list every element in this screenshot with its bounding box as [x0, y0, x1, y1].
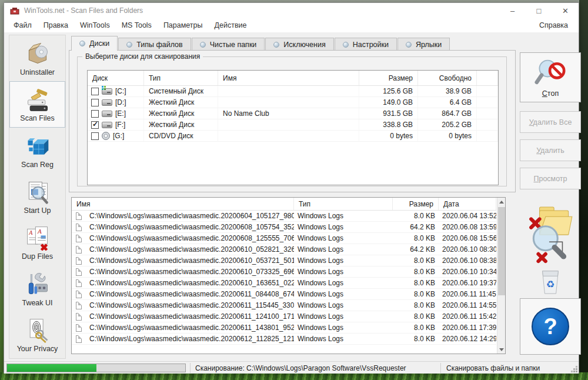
- sidebar-item-start-up[interactable]: Start Up: [9, 174, 65, 219]
- file-row[interactable]: C:\Windows\Logs\waasmedic\waasmedic.2020…: [72, 211, 496, 222]
- menu-edit[interactable]: Правка: [38, 19, 74, 31]
- resize-grip[interactable]: [576, 371, 577, 372]
- tab-empty-folders[interactable]: Чистые папки: [192, 38, 265, 51]
- drive-free: 0 bytes: [418, 131, 477, 141]
- file-row[interactable]: C:\Windows\Logs\waasmedic\waasmedic.2020…: [72, 222, 496, 233]
- disk-row[interactable]: [E:] Жесткий Диск No Name Club 931.5 GB …: [88, 108, 498, 119]
- sidebar-item-tweak-ui[interactable]: Tweak UI: [9, 266, 65, 312]
- file-row[interactable]: C:\Windows\Logs\waasmedic\waasmedic.2020…: [72, 278, 496, 289]
- menu-action[interactable]: Действие: [209, 19, 253, 31]
- file-size: 8.0 KB: [393, 212, 439, 220]
- drive-icon: [102, 88, 112, 95]
- close-button[interactable]: ✕: [552, 3, 579, 18]
- col-file-name[interactable]: Имя: [72, 198, 294, 210]
- file-row[interactable]: C:\Windows\Logs\waasmedic\waasmedic.2020…: [72, 266, 496, 278]
- sidebar-item-dup-files[interactable]: A A Dup Files: [9, 220, 65, 266]
- sidebar-item-uninstaller[interactable]: Uninstaller: [9, 35, 65, 81]
- scroll-up-arrow[interactable]: [497, 198, 506, 206]
- file-date: 2020.06.11 11:45: [439, 290, 496, 298]
- maximize-button[interactable]: □: [526, 3, 552, 18]
- sidebar-item-your-privacy[interactable]: Your Privacy: [9, 312, 65, 358]
- status-scanning-text: Сканирование: C:\Windows\Logs\Paragon So…: [195, 364, 406, 372]
- vertical-scrollbar[interactable]: [497, 198, 505, 354]
- file-row[interactable]: C:\Windows\Logs\waasmedic\waasmedic.2020…: [72, 255, 496, 266]
- disk-checkbox[interactable]: [91, 121, 99, 129]
- scroll-down-arrow[interactable]: [497, 345, 506, 354]
- disk-checkbox[interactable]: [91, 110, 99, 118]
- title-bar: WinTools.net - Scan Files and Folders – …: [4, 3, 579, 18]
- disk-checkbox[interactable]: [91, 88, 99, 95]
- menu-wintools[interactable]: WinTools: [74, 19, 116, 31]
- file-size: 8.0 KB: [393, 256, 439, 265]
- status-mode-text: Сканировать файлы и папки: [446, 364, 540, 372]
- tab-circle-icon: [79, 41, 85, 46]
- file-icon: [76, 302, 82, 309]
- col-type[interactable]: Тип: [144, 71, 218, 85]
- tab-file-types[interactable]: Типы файлов: [118, 38, 191, 51]
- file-date: 2020.06.11 17:39: [439, 324, 496, 332]
- help-button[interactable]: ?: [520, 298, 581, 355]
- file-row[interactable]: C:\Windows\Logs\waasmedic\waasmedic.2020…: [72, 300, 496, 311]
- delete-all-button[interactable]: Удалить Все: [520, 111, 581, 133]
- tab-exclusions[interactable]: Исключения: [265, 38, 333, 51]
- tab-settings[interactable]: Настройки: [335, 38, 397, 51]
- disk-checkbox[interactable]: [91, 132, 99, 140]
- file-row[interactable]: C:\Windows\Logs\waasmedic\waasmedic.2020…: [72, 233, 496, 244]
- tab-circle-icon: [126, 42, 132, 48]
- disk-row[interactable]: [D:] Жесткий Диск 149.0 GB 6.4 GB: [88, 97, 498, 108]
- file-size: 8.0 KB: [393, 312, 439, 321]
- stop-button[interactable]: Стоп: [520, 52, 581, 102]
- minimize-button[interactable]: –: [499, 3, 526, 18]
- file-name: C:\Windows\Logs\waasmedic\waasmedic.2020…: [86, 301, 294, 309]
- menu-bar: Файл Правка WinTools MS Tools Параметры …: [4, 18, 579, 32]
- tab-circle-icon: [273, 42, 279, 48]
- menu-options[interactable]: Параметры: [158, 19, 209, 31]
- col-disk[interactable]: Диск: [88, 71, 144, 85]
- col-file-date[interactable]: Дата: [439, 198, 496, 210]
- svg-text:♻: ♻: [546, 279, 555, 290]
- drive-free: 6.4 GB: [418, 97, 477, 108]
- col-file-type[interactable]: Тип: [294, 198, 393, 210]
- file-type: Windows Logs: [294, 234, 393, 242]
- svg-text:A: A: [28, 230, 33, 236]
- disk-row[interactable]: [C:] Системный Диск 125.6 GB 38.9 GB: [88, 86, 498, 97]
- sidebar-item-scan-files[interactable]: Scan Files: [9, 81, 65, 127]
- status-bar: Сканирование: C:\Windows\Logs\Paragon So…: [4, 361, 579, 374]
- sidebar-item-scan-reg[interactable]: Scan Reg: [9, 128, 65, 174]
- file-name: C:\Windows\Logs\waasmedic\waasmedic.2020…: [86, 268, 294, 276]
- scrollbar-thumb[interactable]: [498, 207, 505, 295]
- file-row[interactable]: C:\Windows\Logs\waasmedic\waasmedic.2020…: [72, 334, 496, 345]
- drive-type: Системный Диск: [144, 86, 218, 96]
- disk-row[interactable]: [G:] CD/DVD Диск 0 bytes 0 bytes: [88, 131, 498, 142]
- file-name: C:\Windows\Logs\waasmedic\waasmedic.2020…: [86, 245, 294, 254]
- file-row[interactable]: C:\Windows\Logs\waasmedic\waasmedic.2020…: [72, 322, 496, 334]
- sidebar-item-label: Scan Files: [20, 114, 54, 122]
- col-name[interactable]: Имя: [218, 71, 359, 85]
- menu-mstools[interactable]: MS Tools: [116, 19, 158, 31]
- file-date: 2020.06.08 13:59: [439, 223, 496, 231]
- preview-button[interactable]: Просмотр: [520, 168, 581, 189]
- file-icon: [76, 313, 82, 321]
- col-file-size[interactable]: Размер: [393, 198, 439, 210]
- delete-button[interactable]: Удалить: [520, 139, 581, 161]
- file-name: C:\Windows\Logs\waasmedic\waasmedic.2020…: [86, 212, 294, 220]
- tab-disks[interactable]: Диски: [71, 36, 118, 51]
- tab-shortcuts[interactable]: Ярлыки: [397, 38, 450, 51]
- file-row[interactable]: C:\Windows\Logs\waasmedic\waasmedic.2020…: [72, 244, 496, 255]
- file-row[interactable]: C:\Windows\Logs\waasmedic\waasmedic.2020…: [72, 311, 496, 322]
- sidebar-item-label: Tweak UI: [22, 299, 52, 307]
- recycle-bin-status: ♻: [520, 266, 581, 296]
- uninstaller-icon: [24, 41, 51, 66]
- col-free[interactable]: Свободно: [418, 71, 477, 85]
- disk-checkbox[interactable]: [91, 99, 99, 106]
- progress-fill: [7, 364, 96, 372]
- menu-help[interactable]: Справка: [532, 19, 575, 31]
- file-type: Windows Logs: [294, 268, 393, 276]
- disk-row[interactable]: [F:] Жесткий Диск 338.8 GB 205.2 GB: [88, 119, 498, 131]
- col-size[interactable]: Размер: [359, 71, 418, 85]
- tab-circle-icon: [406, 42, 412, 48]
- menu-file[interactable]: Файл: [8, 19, 38, 31]
- file-type: Windows Logs: [294, 335, 393, 343]
- file-icon: [76, 246, 82, 254]
- file-row[interactable]: C:\Windows\Logs\waasmedic\waasmedic.2020…: [72, 289, 496, 300]
